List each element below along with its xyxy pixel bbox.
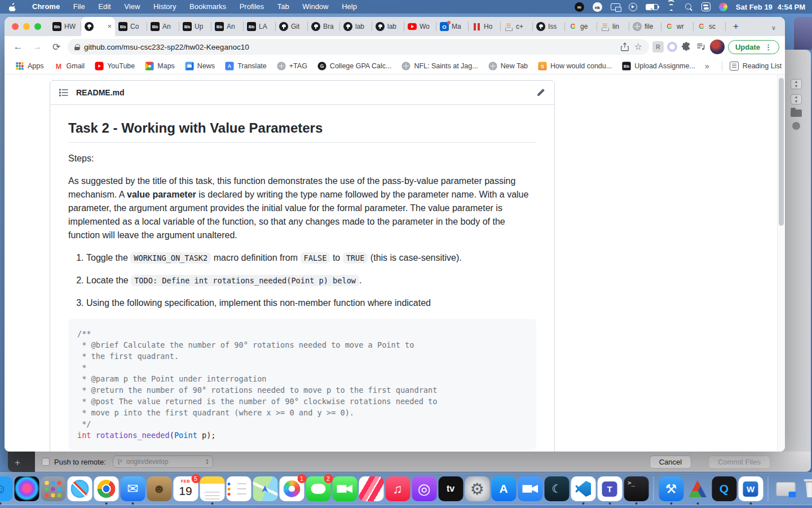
dock-finder[interactable] [0,476,12,501]
dock-photos[interactable]: 1 [279,476,304,501]
tab-search-chevron-icon[interactable]: ∨ [771,24,776,32]
menu-history[interactable]: History [148,2,182,11]
tab-hw[interactable]: HW × [49,17,81,36]
dock-reminders[interactable] [226,476,251,501]
minimize-window-button[interactable] [23,23,30,30]
menu-bookmarks[interactable]: Bookmarks [184,2,232,11]
stepper-control[interactable]: ▲▼ [791,94,802,104]
dock-cmake[interactable] [685,476,710,501]
bookmark-maps[interactable]: Maps [141,60,179,72]
stepper-control[interactable]: ▲▼ [791,79,802,89]
tab-ho[interactable]: Ho × [469,17,501,36]
add-button[interactable]: + [15,457,20,468]
tab-lin[interactable]: lin × [597,17,629,36]
dock-divider[interactable] [768,476,769,501]
dock-teams[interactable]: T [597,476,622,501]
play-circle-icon[interactable] [629,3,637,11]
dock-chrome[interactable] [94,476,118,501]
spotlight-icon[interactable] [685,3,693,11]
browser-menu-dots-icon[interactable]: ⋮ [765,43,772,51]
tab-file[interactable]: file × [629,17,661,36]
nk-badge-icon[interactable] [593,2,602,12]
dock-facetime[interactable] [332,476,357,501]
playlist-music-icon[interactable] [695,41,707,52]
close-tab-icon[interactable]: × [107,23,112,30]
zoom-window-button[interactable] [34,23,41,30]
background-window-teams[interactable] [794,17,812,50]
dock-contacts[interactable] [147,476,171,501]
menu-chrome[interactable]: Chrome [27,2,65,11]
tab-up[interactable]: Up × [179,17,211,36]
dock-maps[interactable] [253,476,277,501]
menu-edit[interactable]: Edit [92,2,116,11]
forward-button[interactable]: → [29,39,45,55]
tab-wr[interactable]: wr × [661,17,694,36]
push-to-remote-checkbox[interactable] [42,458,50,466]
menu-window[interactable]: Window [297,2,334,11]
bookmark-nfl[interactable]: NFL: Saints at Jag... [398,60,482,72]
bookmark-upload-assignment[interactable]: Upload Assignme... [618,60,699,72]
creative-cloud-icon[interactable] [575,2,584,12]
tab-github-active[interactable]: × [81,17,115,36]
new-tab-button[interactable]: + [728,19,744,34]
apple-logo-icon[interactable] [9,3,16,11]
tab-co[interactable]: Co × [115,17,147,36]
color-orb-icon[interactable] [719,3,727,11]
wifi-icon[interactable] [667,3,676,11]
cancel-button[interactable]: Cancel [650,456,691,468]
extension-r-icon[interactable]: R [652,41,664,52]
tab-an-2[interactable]: An × [211,17,244,36]
bookmark-gpa-calc[interactable]: College GPA Calc... [314,60,396,72]
tab-wo[interactable]: Wo × [404,17,436,36]
bookmark-how-would[interactable]: How would condu... [534,60,616,72]
ssl-lock-icon[interactable] [74,44,80,50]
dock-notes[interactable] [200,476,224,501]
dock-trash[interactable] [800,476,812,501]
reload-button[interactable]: ⟳ [48,39,64,55]
dock-vscode[interactable] [571,476,595,501]
tab-iss[interactable]: Iss × [533,17,565,36]
dock-terminal[interactable]: >_ [624,476,648,501]
reading-list-button[interactable]: Reading List [715,59,785,73]
dock-quicktime[interactable]: Q [712,476,736,501]
back-button[interactable]: ← [10,39,26,55]
commit-files-button[interactable]: Commit Files [708,456,770,468]
dock-tv[interactable]: tv [438,476,463,501]
scrollbar-track[interactable] [777,75,785,452]
dock-app-store[interactable]: A [491,476,516,501]
bookmark-star-icon[interactable]: ☆ [634,42,642,52]
control-center-icon[interactable] [701,2,710,11]
extension-o-icon[interactable] [667,42,677,52]
menu-profiles[interactable]: Profiles [234,2,270,11]
battery-charging-icon[interactable] [646,4,658,10]
tab-c-plus[interactable]: c+ × [501,17,533,36]
dock-xcode[interactable] [659,476,683,501]
edit-pencil-icon[interactable] [536,88,545,97]
address-bar[interactable]: github.com/msu-csc232-sp22/hw02-Keeganoc… [68,39,649,55]
tab-sc[interactable]: sc × [694,17,726,36]
tab-an-1[interactable]: An × [147,17,179,36]
bookmark-news[interactable]: News [181,60,219,72]
tab-lab-2[interactable]: lab × [372,17,404,36]
dock-word[interactable]: W [738,476,763,501]
bookmarks-overflow-chevron[interactable]: » [701,62,713,71]
menu-bar-clock[interactable]: Sat Feb 19 4:54 PM [736,3,805,11]
bookmark-gmail[interactable]: Gmail [50,60,89,72]
outline-list-icon[interactable] [59,89,68,97]
chrome-update-button[interactable]: Update ⋮ [728,40,779,54]
remote-branch-select[interactable]: origin/develop ▲▼ [113,456,213,468]
display-mirroring-icon[interactable] [611,3,620,10]
scrollbar-thumb[interactable] [779,78,784,226]
menu-file[interactable]: File [68,2,91,11]
bookmark-apps[interactable]: Apps [11,60,48,72]
tab-lab-1[interactable]: lab × [340,17,372,36]
menu-view[interactable]: View [118,2,145,11]
dock-zoom[interactable] [518,476,542,501]
dock-podcasts[interactable] [412,476,436,501]
profile-avatar[interactable] [710,40,725,54]
bookmark-tag[interactable]: +TAG [273,60,311,72]
dock-downloads[interactable] [773,476,798,501]
dock-safari[interactable] [67,476,92,501]
dock-mail[interactable] [120,476,145,501]
tab-bra[interactable]: Bra × [308,17,340,36]
